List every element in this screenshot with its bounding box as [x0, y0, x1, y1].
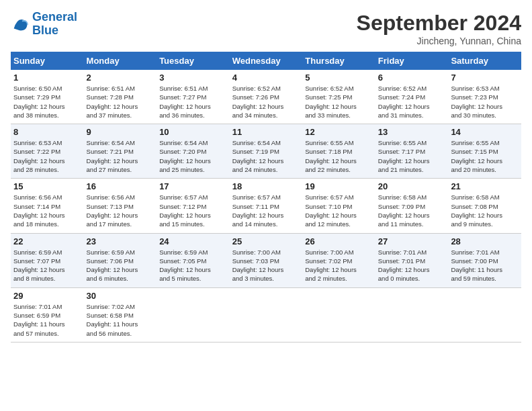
day-number: 27 — [378, 236, 446, 246]
day-info: Sunrise: 6:54 AM Sunset: 7:20 PM Dayligh… — [159, 138, 227, 174]
calendar-cell: 29Sunrise: 7:01 AM Sunset: 6:59 PM Dayli… — [11, 287, 84, 342]
calendar-cell: 21Sunrise: 6:58 AM Sunset: 7:08 PM Dayli… — [448, 179, 521, 233]
calendar-cell: 5Sunrise: 6:52 AM Sunset: 7:25 PM Daylig… — [302, 70, 375, 124]
day-info: Sunrise: 7:00 AM Sunset: 7:03 PM Dayligh… — [232, 248, 300, 283]
calendar-cell: 12Sunrise: 6:55 AM Sunset: 7:18 PM Dayli… — [302, 124, 375, 179]
calendar-cell: 16Sunrise: 6:56 AM Sunset: 7:13 PM Dayli… — [84, 179, 157, 233]
day-number: 19 — [305, 181, 373, 191]
calendar-cell: 17Sunrise: 6:57 AM Sunset: 7:12 PM Dayli… — [157, 179, 230, 233]
day-number: 8 — [13, 127, 81, 137]
day-number: 17 — [159, 181, 227, 191]
calendar-cell — [230, 287, 303, 342]
day-number: 29 — [13, 291, 81, 301]
calendar-cell: 20Sunrise: 6:58 AM Sunset: 7:09 PM Dayli… — [375, 179, 449, 233]
calendar-cell: 19Sunrise: 6:57 AM Sunset: 7:10 PM Dayli… — [302, 179, 375, 233]
calendar-cell — [157, 287, 230, 342]
col-header-monday: Monday — [84, 52, 157, 70]
calendar-cell: 6Sunrise: 6:52 AM Sunset: 7:24 PM Daylig… — [375, 70, 449, 124]
day-info: Sunrise: 6:58 AM Sunset: 7:09 PM Dayligh… — [378, 193, 446, 228]
calendar-cell: 10Sunrise: 6:54 AM Sunset: 7:20 PM Dayli… — [157, 124, 230, 179]
day-number: 28 — [451, 236, 519, 246]
day-info: Sunrise: 6:57 AM Sunset: 7:12 PM Dayligh… — [159, 193, 227, 228]
day-number: 13 — [378, 127, 446, 137]
logo: General Blue — [11, 11, 77, 38]
week-row-3: 15Sunrise: 6:56 AM Sunset: 7:14 PM Dayli… — [11, 179, 521, 233]
day-number: 26 — [305, 236, 373, 246]
day-info: Sunrise: 7:01 AM Sunset: 7:01 PM Dayligh… — [378, 248, 446, 283]
day-number: 10 — [159, 127, 227, 137]
calendar-cell: 28Sunrise: 7:01 AM Sunset: 7:00 PM Dayli… — [448, 233, 521, 287]
day-number: 5 — [305, 73, 373, 83]
calendar-cell: 9Sunrise: 6:54 AM Sunset: 7:21 PM Daylig… — [84, 124, 157, 179]
calendar-cell: 26Sunrise: 7:00 AM Sunset: 7:02 PM Dayli… — [302, 233, 375, 287]
day-info: Sunrise: 6:52 AM Sunset: 7:24 PM Dayligh… — [378, 84, 446, 120]
day-number: 21 — [451, 181, 519, 191]
calendar-cell: 15Sunrise: 6:56 AM Sunset: 7:14 PM Dayli… — [11, 179, 84, 233]
week-row-2: 8Sunrise: 6:53 AM Sunset: 7:22 PM Daylig… — [11, 124, 521, 179]
day-info: Sunrise: 6:53 AM Sunset: 7:22 PM Dayligh… — [13, 138, 81, 174]
day-number: 16 — [87, 181, 154, 191]
logo-text: General Blue — [32, 11, 77, 38]
day-info: Sunrise: 6:54 AM Sunset: 7:19 PM Dayligh… — [232, 138, 300, 174]
calendar-cell: 18Sunrise: 6:57 AM Sunset: 7:11 PM Dayli… — [230, 179, 303, 233]
day-number: 7 — [451, 73, 519, 83]
page-header: General Blue September 2024 Jincheng, Yu… — [11, 11, 521, 46]
day-info: Sunrise: 6:57 AM Sunset: 7:10 PM Dayligh… — [305, 193, 373, 228]
day-info: Sunrise: 6:51 AM Sunset: 7:28 PM Dayligh… — [87, 84, 154, 120]
week-row-1: 1Sunrise: 6:50 AM Sunset: 7:29 PM Daylig… — [11, 70, 521, 124]
calendar-table: SundayMondayTuesdayWednesdayThursdayFrid… — [11, 52, 521, 342]
day-number: 3 — [159, 73, 227, 83]
col-header-tuesday: Tuesday — [157, 52, 230, 70]
day-number: 24 — [159, 236, 227, 246]
day-info: Sunrise: 7:01 AM Sunset: 6:59 PM Dayligh… — [13, 302, 81, 338]
col-header-sunday: Sunday — [11, 52, 84, 70]
week-row-5: 29Sunrise: 7:01 AM Sunset: 6:59 PM Dayli… — [11, 287, 521, 342]
day-number: 14 — [451, 127, 519, 137]
calendar-cell: 23Sunrise: 6:59 AM Sunset: 7:06 PM Dayli… — [84, 233, 157, 287]
calendar-cell: 13Sunrise: 6:55 AM Sunset: 7:17 PM Dayli… — [375, 124, 449, 179]
calendar-cell: 7Sunrise: 6:53 AM Sunset: 7:23 PM Daylig… — [448, 70, 521, 124]
calendar-cell: 8Sunrise: 6:53 AM Sunset: 7:22 PM Daylig… — [11, 124, 84, 179]
calendar-cell: 2Sunrise: 6:51 AM Sunset: 7:28 PM Daylig… — [84, 70, 157, 124]
day-number: 30 — [87, 291, 154, 301]
day-number: 25 — [232, 236, 300, 246]
day-number: 11 — [232, 127, 300, 137]
calendar-cell: 11Sunrise: 6:54 AM Sunset: 7:19 PM Dayli… — [230, 124, 303, 179]
location: Jincheng, Yunnan, China — [357, 36, 521, 46]
day-info: Sunrise: 6:52 AM Sunset: 7:25 PM Dayligh… — [305, 84, 373, 120]
title-area: September 2024 Jincheng, Yunnan, China — [357, 11, 521, 46]
day-number: 15 — [13, 181, 81, 191]
col-header-wednesday: Wednesday — [230, 52, 303, 70]
day-info: Sunrise: 6:57 AM Sunset: 7:11 PM Dayligh… — [232, 193, 300, 228]
calendar-cell: 30Sunrise: 7:02 AM Sunset: 6:58 PM Dayli… — [84, 287, 157, 342]
month-title: September 2024 — [357, 11, 521, 36]
day-info: Sunrise: 6:55 AM Sunset: 7:15 PM Dayligh… — [451, 138, 519, 174]
day-number: 22 — [13, 236, 81, 246]
calendar-cell: 1Sunrise: 6:50 AM Sunset: 7:29 PM Daylig… — [11, 70, 84, 124]
day-info: Sunrise: 6:59 AM Sunset: 7:05 PM Dayligh… — [159, 248, 227, 283]
calendar-cell: 14Sunrise: 6:55 AM Sunset: 7:15 PM Dayli… — [448, 124, 521, 179]
day-info: Sunrise: 6:59 AM Sunset: 7:06 PM Dayligh… — [87, 248, 154, 283]
calendar-cell: 25Sunrise: 7:00 AM Sunset: 7:03 PM Dayli… — [230, 233, 303, 287]
day-info: Sunrise: 6:52 AM Sunset: 7:26 PM Dayligh… — [232, 84, 300, 120]
day-number: 12 — [305, 127, 373, 137]
day-number: 1 — [13, 73, 81, 83]
day-info: Sunrise: 6:54 AM Sunset: 7:21 PM Dayligh… — [87, 138, 154, 174]
day-info: Sunrise: 6:56 AM Sunset: 7:14 PM Dayligh… — [13, 193, 81, 228]
day-number: 18 — [232, 181, 300, 191]
col-header-friday: Friday — [375, 52, 449, 70]
day-number: 2 — [87, 73, 154, 83]
col-header-thursday: Thursday — [302, 52, 375, 70]
day-number: 6 — [378, 73, 446, 83]
calendar-header: SundayMondayTuesdayWednesdayThursdayFrid… — [11, 52, 521, 70]
day-info: Sunrise: 6:50 AM Sunset: 7:29 PM Dayligh… — [13, 84, 81, 120]
day-info: Sunrise: 6:59 AM Sunset: 7:07 PM Dayligh… — [13, 248, 81, 283]
day-info: Sunrise: 6:56 AM Sunset: 7:13 PM Dayligh… — [87, 193, 154, 228]
day-info: Sunrise: 7:02 AM Sunset: 6:58 PM Dayligh… — [87, 302, 154, 338]
day-number: 4 — [232, 73, 300, 83]
calendar-cell — [375, 287, 449, 342]
day-number: 23 — [87, 236, 154, 246]
day-info: Sunrise: 7:01 AM Sunset: 7:00 PM Dayligh… — [451, 248, 519, 283]
calendar-cell: 3Sunrise: 6:51 AM Sunset: 7:27 PM Daylig… — [157, 70, 230, 124]
calendar-cell: 22Sunrise: 6:59 AM Sunset: 7:07 PM Dayli… — [11, 233, 84, 287]
